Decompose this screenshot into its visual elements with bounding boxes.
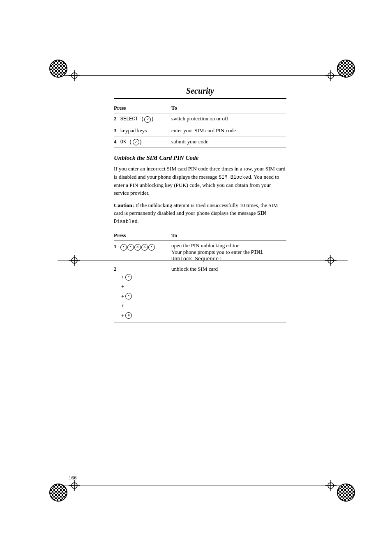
- sub-steps-col: + * + + * +: [121, 272, 170, 320]
- press-cell-s1: 1 * * 0 5 *: [114, 241, 171, 264]
- crosshair-bot-right: [325, 480, 337, 491]
- col-press-1: Press: [114, 104, 171, 113]
- plus-3: +: [121, 292, 124, 301]
- key-star-3: *: [148, 244, 155, 251]
- press-cell-1: 2 SELECT (✓): [114, 113, 171, 125]
- press-value: SELECT (: [120, 116, 144, 122]
- table-row: 2 + * + + *: [114, 264, 286, 322]
- row-num: 1: [114, 243, 117, 249]
- reg-circle-bot-left: [49, 484, 67, 502]
- row-num: 2: [114, 266, 117, 272]
- sub-step-4: +: [121, 301, 170, 311]
- sub-step-1: + *: [121, 272, 170, 282]
- table-row: 1 * * 0 5 * open the PIN unblocking edit…: [114, 241, 286, 264]
- key-icons-row: * * 0 5 *: [120, 244, 155, 251]
- sub-step-2: +: [121, 282, 170, 291]
- reg-circle-bot-right: [337, 484, 355, 502]
- plus-5: +: [121, 311, 124, 320]
- main-content: Security Press To 2 SELECT (✓) switch pr…: [114, 86, 286, 322]
- col-to-1: To: [171, 104, 286, 113]
- to-cell-s1: open the PIN unblocking editor Your phon…: [171, 241, 286, 264]
- reg-circle-top-right: [337, 60, 355, 78]
- col-press-2: Press: [114, 231, 171, 241]
- table-row: 4 OK (✓) submit your code: [114, 136, 286, 148]
- key-hash-sub: #: [125, 312, 132, 319]
- crosshair-mid-right: [325, 255, 337, 266]
- to-cell-2: enter your SIM card PIN code: [171, 125, 286, 136]
- sub-step-5: + #: [121, 311, 170, 320]
- crosshair-top-right: [325, 70, 337, 81]
- select-btn-icon: ✓: [144, 116, 151, 123]
- section-title: Security: [186, 86, 214, 95]
- caution-label: Caution:: [114, 202, 134, 208]
- press-table-2: Press To 1 * * 0 5 *: [114, 231, 286, 322]
- crosshair-bot-left: [69, 480, 80, 491]
- plus-1: +: [121, 272, 124, 282]
- section-title-box: Security: [114, 86, 286, 99]
- to-cell-3: submit your code: [171, 136, 286, 148]
- crosshair-top-left: [69, 70, 80, 81]
- key-star-sub1: *: [125, 274, 132, 281]
- unblock-heading: Unblock the SIM Card PIN Code: [114, 154, 286, 161]
- page-number: 166: [69, 474, 77, 481]
- page: Security Press To 2 SELECT (✓) switch pr…: [0, 0, 392, 555]
- table-row: 3 keypad keys enter your SIM card PIN co…: [114, 125, 286, 136]
- reg-circle-top-left: [49, 60, 67, 78]
- caution-end: .: [138, 218, 139, 224]
- press-cell-s2: 2 + * + + *: [114, 264, 171, 322]
- plus-2: +: [121, 282, 124, 291]
- key-0: 0: [134, 244, 141, 251]
- crosshair-mid-left: [69, 255, 80, 266]
- key-star-1: *: [120, 244, 127, 251]
- press-close: ): [151, 116, 154, 122]
- hline-top: [58, 75, 348, 76]
- sim-blocked-code: SIM Blocked: [219, 175, 251, 180]
- press-value: OK (: [120, 139, 132, 145]
- key-star-2: *: [127, 244, 134, 251]
- press-cell-2: 3 keypad keys: [114, 125, 171, 136]
- plus-4: +: [121, 301, 124, 311]
- caution-body: If the unblocking attempt is tried unsuc…: [114, 202, 278, 216]
- to-unblock: unblock the SIM card: [171, 266, 218, 272]
- to-cell-1: switch protection on or off: [171, 113, 286, 125]
- press-value: keypad keys: [120, 127, 147, 134]
- to-line2: Your phone prompts you to enter the: [171, 249, 251, 255]
- col-to-2: To: [171, 231, 286, 241]
- row-num: 3: [114, 127, 117, 134]
- press-table-1: Press To 2 SELECT (✓) switch protection …: [114, 104, 286, 148]
- key-star-sub2: *: [125, 293, 132, 299]
- key-5: 5: [141, 244, 148, 251]
- caution-para: Caution: If the unblocking attempt is tr…: [114, 201, 286, 226]
- press-close: ): [139, 139, 142, 145]
- press-cell-3: 4 OK (✓): [114, 136, 171, 148]
- row-num: 4: [114, 138, 117, 145]
- row-num: 2: [114, 115, 117, 122]
- to-cell-s2: unblock the SIM card: [171, 264, 286, 322]
- table-row: 2 SELECT (✓) switch protection on or off: [114, 113, 286, 125]
- ok-btn-icon: ✓: [133, 139, 139, 145]
- to-line1: open the PIN unblocking editor: [171, 242, 239, 249]
- hline-bot: [58, 486, 348, 486]
- body-para-1: If you enter an incorrect SIM card PIN c…: [114, 165, 286, 197]
- sub-step-3: + *: [121, 292, 170, 301]
